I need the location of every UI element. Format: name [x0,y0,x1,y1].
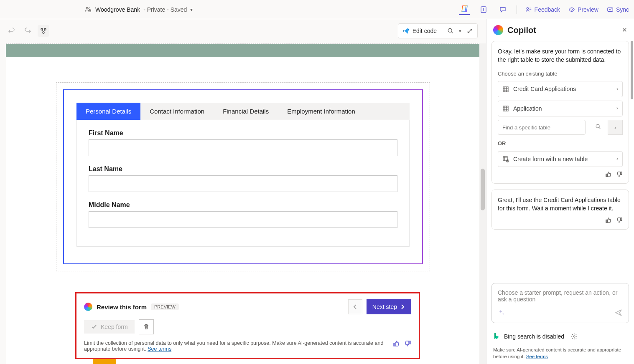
field-first-name: First Name [89,129,397,156]
gear-icon[interactable] [571,333,578,340]
next-step-button[interactable]: Next step [367,299,411,314]
svg-point-16 [573,336,575,337]
pages-icon[interactable] [478,4,489,15]
canvas: Edit code ▾ Personal Details Contact Inf… [0,19,486,364]
table-option-application[interactable]: Application › [498,101,623,116]
topbar: Woodgrove Bank - Private - Saved ▾ Feedb… [0,0,634,19]
comment-icon[interactable] [497,4,508,15]
copilot-panel: Copilot ✕ Okay, let's make sure your for… [486,19,634,364]
copilot-scrollbar[interactable] [630,41,634,196]
send-icon[interactable] [614,308,623,317]
table-icon [502,105,509,112]
site-status: - Private - Saved [143,6,187,13]
svg-point-9 [43,32,44,33]
field-last-name: Last Name [89,165,397,192]
input-last-name[interactable] [89,175,397,192]
thumbs-down-icon[interactable] [405,340,411,347]
people-lock-icon [84,6,92,13]
chevron-down-icon[interactable]: ▾ [190,7,193,13]
label-first-name: First Name [89,129,397,137]
svg-point-1 [89,8,90,9]
svg-point-5 [571,9,573,10]
table-option-credit-card[interactable]: Credit Card Applications › [498,81,623,97]
find-table-input[interactable] [498,120,586,135]
svg-rect-2 [89,10,91,12]
divider [517,5,517,14]
copilot-icon [84,303,92,311]
chevron-right-icon: › [616,86,618,93]
find-table-next-button[interactable]: › [608,120,623,135]
tab-financial-details[interactable]: Financial Details [214,103,278,120]
svg-rect-11 [503,87,508,92]
svg-rect-12 [503,106,508,111]
review-title: Review this form [97,303,147,311]
zoom-icon[interactable] [447,28,454,34]
input-first-name[interactable] [89,139,397,156]
preview-badge: PREVIEW [151,303,179,310]
review-disclaimer: Limit the collection of personal data to… [84,340,384,352]
form-container-outline: Personal Details Contact Information Fin… [56,82,430,271]
svg-point-13 [596,124,599,128]
sparkle-icon[interactable] [498,309,505,316]
zoom-chevron-icon[interactable]: ▾ [459,28,461,34]
selected-form[interactable]: Personal Details Contact Information Fin… [63,89,423,264]
site-breadcrumb[interactable]: Woodgrove Bank - Private - Saved ▾ [84,6,193,13]
input-middle-name[interactable] [89,211,397,228]
expand-icon[interactable] [466,28,473,34]
main: Edit code ▾ Personal Details Contact Inf… [0,19,634,364]
tab-contact-information[interactable]: Contact Information [140,103,214,120]
redo-button[interactable] [22,25,33,37]
thumbs-up-icon[interactable] [605,171,611,177]
prompt-placeholder: Choose a starter prompt, request an acti… [498,289,623,303]
svg-point-10 [448,28,452,32]
table-plus-icon [502,156,509,162]
svg-point-8 [44,28,46,30]
svg-point-0 [86,7,88,9]
copilot-message-1: Okay, let's make sure your form is conne… [491,41,629,184]
copilot-toggle-icon[interactable] [459,4,470,15]
copilot-logo-icon [493,25,503,35]
site-name: Woodgrove Bank [95,6,140,13]
copilot-prompt-input[interactable]: Choose a starter prompt, request an acti… [491,283,629,323]
search-icon [595,124,601,129]
svg-point-7 [41,28,43,30]
review-form-panel: Review this form PREVIEW Next step Keep … [75,292,420,359]
thumbs-up-icon[interactable] [393,340,400,347]
see-terms-link[interactable]: See terms [148,346,171,352]
canvas-scrollbar[interactable] [479,43,486,364]
undo-button[interactable] [6,25,18,37]
topbar-actions: Feedback Preview Sync [459,4,629,15]
canvas-toolbar-left [6,25,49,37]
preview-button[interactable]: Preview [568,6,598,13]
copilot-chat: Okay, let's make sure your form is conne… [486,41,634,280]
table-icon [502,86,509,93]
copilot-disclaimer: Make sure AI-generated content is accura… [486,345,634,364]
choose-table-label: Choose an existing table [498,70,623,78]
bing-icon [493,332,500,341]
feedback-button[interactable]: Feedback [525,6,560,13]
create-new-table-option[interactable]: Create form with a new table › [498,151,623,167]
see-terms-link[interactable]: See terms [526,354,548,359]
tab-personal-details[interactable]: Personal Details [76,103,140,120]
form-body: First Name Last Name Middle Name [76,120,410,247]
chevron-right-icon: › [616,105,618,112]
thumbs-down-icon[interactable] [616,217,623,223]
page-header-banner [6,44,480,57]
bing-status: Bing search is disabled [486,328,634,345]
chevron-right-icon: › [616,155,618,162]
label-last-name: Last Name [89,165,397,173]
components-button[interactable] [38,25,49,37]
field-middle-name: Middle Name [89,201,397,228]
tab-employment-information[interactable]: Employment Information [278,103,364,120]
label-middle-name: Middle Name [89,201,397,209]
edit-code-button[interactable]: Edit code [402,27,437,35]
copilot-title: Copilot [507,25,536,35]
prev-step-button[interactable] [348,299,362,314]
thumbs-up-icon[interactable] [605,217,611,223]
thumbs-down-icon[interactable] [616,171,623,177]
delete-form-button[interactable] [139,319,154,334]
close-icon[interactable]: ✕ [622,26,627,34]
sync-button[interactable]: Sync [607,6,629,13]
copilot-message-2: Great, I'll use the Credit Card Applicat… [491,190,629,230]
keep-form-button[interactable]: Keep form [84,320,135,334]
